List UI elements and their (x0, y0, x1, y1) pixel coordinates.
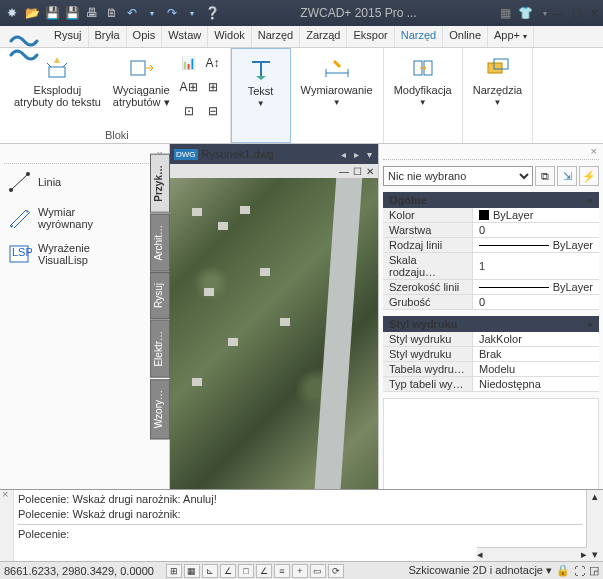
tab-rysuj[interactable]: Rysuj (48, 26, 89, 47)
prop-skala[interactable]: Skala rodzaju…1 (383, 253, 599, 280)
tab-wstaw[interactable]: Wstaw (162, 26, 208, 47)
vtab-wzory[interactable]: Wzory… (150, 379, 170, 439)
lwt-toggle[interactable]: ≡ (274, 564, 290, 578)
save-icon[interactable]: 💾 (44, 5, 60, 21)
app-logo-icon (4, 28, 44, 68)
prop-typ-tabeli[interactable]: Typ tabeli wy…Niedostępna (383, 377, 599, 392)
status-lock-icon[interactable]: 🔒 (556, 564, 570, 577)
prop-szerokosc[interactable]: Szerokość liniiByLayer (383, 280, 599, 295)
tab-ekspor[interactable]: Ekspor (347, 26, 394, 47)
tab-widok[interactable]: Widok (208, 26, 252, 47)
minimize-button[interactable]: — (553, 7, 564, 20)
dwg-icon: DWG (174, 149, 198, 160)
prop-styl-1[interactable]: Styl wydrukuJakKolor (383, 332, 599, 347)
sico-4[interactable]: ⊞ (202, 76, 224, 98)
panel-label-bloki: Bloki (105, 127, 129, 143)
tab-opis[interactable]: Opis (127, 26, 163, 47)
qdrop-icon[interactable]: ▾ (144, 5, 160, 21)
text-icon (245, 55, 277, 83)
vtab-przyk[interactable]: Przyk… (150, 154, 170, 213)
doc-min-icon[interactable]: — (339, 166, 349, 177)
sico-6[interactable]: ⊟ (202, 100, 224, 122)
doc-menu-icon[interactable]: ▾ (365, 149, 374, 160)
tdrop-icon[interactable]: ▾ (537, 5, 553, 21)
redo-icon[interactable]: ↷ (164, 5, 180, 21)
prop-kolor[interactable]: KolorByLayer (383, 208, 599, 223)
tab-appplus[interactable]: App+ ▾ (488, 26, 534, 47)
vtab-rysuj[interactable]: Rysuj (150, 272, 170, 319)
doc-close-icon[interactable]: ✕ (366, 166, 374, 177)
sico-3[interactable]: A⊞ (178, 76, 200, 98)
model-toggle[interactable]: ▭ (310, 564, 326, 578)
saveall-icon[interactable]: 💾 (64, 5, 80, 21)
group-styl-wydruku[interactable]: Styl wydruku« (383, 316, 599, 332)
workspace: × Linia Wymiar wyrównany LSP Wyrażenie V… (0, 144, 603, 547)
shirt-icon[interactable]: 👕 (517, 5, 533, 21)
palette-item-linia[interactable]: Linia (4, 164, 165, 200)
cmd-hscroll[interactable]: ◂▸ (477, 547, 587, 561)
sico-2[interactable]: A↕ (202, 52, 224, 74)
selection-dropdown[interactable]: Nic nie wybrano (383, 166, 533, 186)
sico-5[interactable]: ⊡ (178, 100, 200, 122)
help-icon[interactable]: ❔ (204, 5, 220, 21)
ribbon-panel-modyfikacja[interactable]: Modyfikacja▼ (384, 48, 463, 143)
open-icon[interactable]: 📂 (24, 5, 40, 21)
tab-narzed1[interactable]: Narzęd (252, 26, 300, 47)
doc-max-icon[interactable]: ☐ (353, 166, 362, 177)
palette-item-visuallisp[interactable]: LSP Wyrażenie VisualLisp (4, 236, 165, 272)
tab-online[interactable]: Online (443, 26, 488, 47)
qdrop2-icon[interactable]: ▾ (184, 5, 200, 21)
status-tray-icon[interactable]: ◲ (589, 564, 599, 577)
cmd-handle[interactable]: × (0, 490, 14, 561)
tab-zarzad[interactable]: Zarząd (300, 26, 347, 47)
drawing-titlebar: DWG Rysunek1.dwg ◂ ▸ ▾ (170, 144, 378, 164)
prop-tabela[interactable]: Tabela wydru…Modelu (383, 362, 599, 377)
status-expand-icon[interactable]: ⛶ (574, 565, 585, 577)
otrack-toggle[interactable]: ∠ (256, 564, 272, 578)
cmd-prompt[interactable]: Polecenie: (18, 527, 582, 542)
snap-toggle[interactable]: ⊞ (166, 564, 182, 578)
props-btn-1[interactable]: ⧉ (535, 166, 555, 186)
doc-next-icon[interactable]: ▸ (352, 149, 361, 160)
workspace-switcher[interactable]: Szkicowanie 2D i adnotacje ▾ (408, 564, 552, 577)
prop-grubosc[interactable]: Grubość0 (383, 295, 599, 310)
osnap-toggle[interactable]: □ (238, 564, 254, 578)
props-btn-3[interactable]: ⚡ (579, 166, 599, 186)
props-close-icon[interactable]: × (591, 145, 597, 157)
maximize-button[interactable]: ☐ (572, 7, 582, 20)
ribbon: Eksploduj atrybuty do tekstu Wyciąganie … (0, 48, 603, 144)
group-ogolne[interactable]: Ogólne« (383, 192, 599, 208)
vtab-elektr[interactable]: Elektr… (150, 320, 170, 378)
palette-item-wymiar[interactable]: Wymiar wyrównany (4, 200, 165, 236)
model-viewport[interactable] (170, 178, 378, 529)
ribbon-panel-narzedzia[interactable]: Narzędzia▼ (463, 48, 534, 143)
undo-icon[interactable]: ↶ (124, 5, 140, 21)
dyn-toggle[interactable]: + (292, 564, 308, 578)
command-line[interactable]: × Polecenie: Wskaż drugi narożnik: Anulu… (0, 489, 603, 561)
grid-icon[interactable]: ▦ (497, 5, 513, 21)
cmd-vscroll[interactable]: ▴▾ (587, 490, 603, 561)
new-icon[interactable]: ✸ (4, 5, 20, 21)
svg-rect-4 (488, 63, 502, 73)
preview-icon[interactable]: 🗎 (104, 5, 120, 21)
props-btn-2[interactable]: ⇲ (557, 166, 577, 186)
polar-toggle[interactable]: ∠ (220, 564, 236, 578)
grid-toggle[interactable]: ▦ (184, 564, 200, 578)
close-button[interactable]: ✕ (590, 7, 599, 20)
doc-prev-icon[interactable]: ◂ (339, 149, 348, 160)
prop-rodzaj-linii[interactable]: Rodzaj liniiByLayer (383, 238, 599, 253)
tab-bryla[interactable]: Bryła (89, 26, 127, 47)
bloki-small-buttons: 📊 A↕ A⊞ ⊞ ⊡ ⊟ (178, 52, 224, 122)
ribbon-panel-tekst[interactable]: Tekst▼ (231, 48, 291, 143)
tab-narzed2[interactable]: Narzęd (395, 26, 443, 47)
vtab-archit[interactable]: Archit… (150, 214, 170, 272)
extract-attributes-button[interactable]: Wyciąganie atrybutów ▾ (109, 52, 174, 110)
props-header: × (383, 148, 599, 160)
print-icon[interactable]: 🖶 (84, 5, 100, 21)
ribbon-panel-wymiarowanie[interactable]: Wymiarowanie▼ (291, 48, 384, 143)
prop-warstwa[interactable]: Warstwa0 (383, 223, 599, 238)
prop-styl-2[interactable]: Styl wydrukuBrak (383, 347, 599, 362)
ortho-toggle[interactable]: ⊾ (202, 564, 218, 578)
cycle-toggle[interactable]: ⟳ (328, 564, 344, 578)
sico-1[interactable]: 📊 (178, 52, 200, 74)
